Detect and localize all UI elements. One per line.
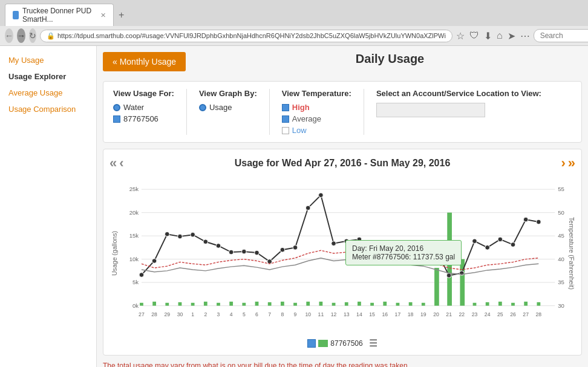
back-button[interactable]: ←: [5, 28, 13, 43]
data-point[interactable]: [280, 247, 285, 252]
last-page-button[interactable]: »: [568, 155, 575, 171]
data-point[interactable]: [485, 245, 490, 250]
data-point[interactable]: [537, 219, 541, 224]
chart-nav: « ‹ Usage for Wed Apr 27, 2016 - Sun May…: [109, 155, 575, 171]
svg-text:17: 17: [395, 311, 401, 317]
sidebar-item-my-usage[interactable]: My Usage: [0, 52, 96, 68]
svg-text:29: 29: [164, 311, 170, 317]
svg-text:15: 15: [369, 311, 375, 317]
send-icon[interactable]: ➤: [508, 30, 515, 42]
data-point[interactable]: [382, 250, 387, 255]
monthly-usage-button[interactable]: « Monthly Usage: [103, 52, 186, 71]
forward-button[interactable]: →: [17, 28, 25, 43]
svg-text:18: 18: [408, 311, 414, 317]
svg-text:20k: 20k: [129, 209, 139, 216]
sidebar: My Usage Usage Explorer Average Usage Us…: [0, 46, 97, 367]
app-layout: My Usage Usage Explorer Average Usage Us…: [0, 46, 588, 367]
axis-base: [142, 308, 555, 311]
avg-temp-line: [142, 258, 538, 274]
view-graph-by-group: View Graph By: Usage: [199, 89, 257, 112]
data-point[interactable]: [319, 193, 324, 198]
sidebar-item-usage-explorer[interactable]: Usage Explorer: [0, 68, 96, 85]
new-tab-button[interactable]: +: [114, 7, 129, 23]
controls-panel: View Usage For: Water 87767506 View Grap…: [103, 81, 582, 143]
usage-line: [142, 195, 538, 276]
data-point[interactable]: [396, 244, 400, 248]
data-point[interactable]: [459, 271, 464, 276]
data-point[interactable]: [344, 239, 349, 244]
data-point[interactable]: [229, 250, 234, 255]
high-temp-checkbox[interactable]: High: [282, 103, 351, 112]
data-point[interactable]: [216, 244, 221, 248]
data-point[interactable]: [305, 206, 310, 210]
data-point[interactable]: [511, 242, 515, 247]
checkbox-icon: [113, 115, 120, 123]
search-input[interactable]: [534, 29, 588, 42]
divider-2: [269, 89, 270, 135]
tab-title: Truckee Donner PUD SmartH...: [22, 7, 94, 24]
first-page-button[interactable]: «: [109, 155, 117, 171]
bar-13: [345, 302, 348, 306]
data-point[interactable]: [191, 232, 195, 237]
low-temp-label: Low: [292, 126, 307, 135]
account-input[interactable]: [376, 103, 485, 117]
bookmark-icon[interactable]: ☆: [456, 30, 465, 42]
svg-text:10: 10: [305, 311, 311, 317]
url-text: https://tdpud.smarthub.coop/#usage:VVNFU…: [57, 32, 446, 39]
home-icon[interactable]: ⌂: [497, 30, 503, 41]
data-point[interactable]: [139, 273, 144, 278]
data-point[interactable]: [267, 259, 272, 264]
svg-text:35: 35: [558, 279, 564, 285]
download-icon[interactable]: ⬇: [484, 30, 492, 42]
data-point[interactable]: [152, 259, 157, 264]
bar-27b: [524, 302, 528, 306]
data-point[interactable]: [408, 247, 413, 252]
data-point[interactable]: [165, 232, 169, 236]
hamburger-menu-icon[interactable]: ☰: [369, 337, 377, 349]
bar-8: [281, 302, 284, 306]
more-icon[interactable]: ⋯: [520, 30, 530, 42]
svg-text:1: 1: [191, 311, 194, 317]
usage-radio[interactable]: Usage: [199, 103, 257, 112]
data-point[interactable]: [523, 217, 528, 222]
url-field[interactable]: 🔒 https://tdpud.smarthub.coop/#usage:VVN…: [40, 30, 452, 42]
tab-close-button[interactable]: ✕: [100, 11, 106, 19]
sidebar-item-average-usage[interactable]: Average Usage: [0, 85, 96, 101]
data-point[interactable]: [332, 241, 336, 246]
data-point[interactable]: [472, 239, 477, 244]
data-point[interactable]: [357, 237, 362, 242]
meter-checkbox[interactable]: 87767506: [113, 114, 174, 123]
browser-tab[interactable]: Truckee Donner PUD SmartH... ✕: [5, 4, 114, 26]
data-point-selected[interactable]: [434, 247, 439, 252]
data-point[interactable]: [370, 245, 374, 250]
svg-text:20: 20: [433, 311, 439, 317]
prev-button[interactable]: ‹: [119, 155, 123, 171]
svg-text:27: 27: [139, 311, 145, 317]
avg-temp-label: Average: [292, 114, 321, 123]
bar-3: [217, 303, 220, 306]
bar-29: [165, 303, 169, 306]
data-point[interactable]: [178, 234, 183, 239]
water-radio[interactable]: Water: [113, 103, 174, 112]
bar-16: [383, 302, 387, 306]
low-temp-checkbox[interactable]: Low: [282, 126, 351, 135]
svg-text:9: 9: [294, 311, 297, 317]
svg-text:22: 22: [459, 311, 465, 317]
page-title: Daily Usage: [198, 52, 582, 66]
data-point[interactable]: [255, 250, 260, 255]
svg-text:25: 25: [497, 311, 503, 317]
reload-button[interactable]: ↻: [29, 28, 36, 43]
data-point[interactable]: [293, 245, 298, 250]
svg-text:Usage (gallons): Usage (gallons): [111, 231, 118, 276]
next-button[interactable]: ›: [561, 155, 565, 171]
data-point[interactable]: [203, 239, 208, 244]
data-point[interactable]: [446, 273, 451, 278]
shield-icon[interactable]: 🛡: [469, 30, 479, 41]
sidebar-item-usage-comparison[interactable]: Usage Comparison: [0, 101, 96, 117]
data-point[interactable]: [421, 252, 426, 256]
legend-item-meter[interactable]: 87767506: [307, 339, 362, 348]
avg-temp-checkbox[interactable]: Average: [282, 114, 351, 123]
data-point[interactable]: [498, 237, 503, 242]
svg-text:5: 5: [243, 311, 246, 317]
data-point[interactable]: [241, 249, 246, 254]
